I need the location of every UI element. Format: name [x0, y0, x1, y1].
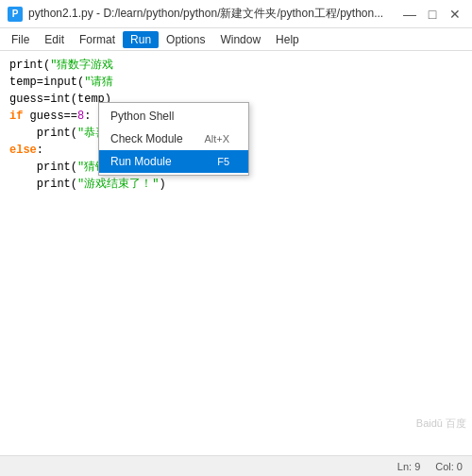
title-bar-left: P python2.1.py - D:/learn/python/python/…	[8, 6, 383, 22]
python-shell-label: Python Shell	[110, 110, 174, 123]
menu-python-shell[interactable]: Python Shell	[99, 105, 248, 128]
code-line-1: print("猜数字游戏	[9, 57, 463, 74]
code-line-2: temp=input("请猜	[9, 74, 463, 91]
column-number: Col: 0	[435, 461, 463, 472]
main-content: print("猜数字游戏 temp=input("请猜 guess=int(te…	[0, 51, 472, 455]
menu-file[interactable]: File	[4, 31, 37, 48]
title-bar: P python2.1.py - D:/learn/python/python/…	[0, 0, 472, 28]
check-module-label: Check Module	[110, 132, 183, 145]
run-dropdown-menu: Python Shell Check Module Alt+X Run Modu…	[98, 102, 249, 176]
close-button[interactable]: ✕	[446, 6, 464, 23]
app-icon: P	[8, 7, 23, 22]
menu-edit[interactable]: Edit	[37, 31, 72, 48]
menu-help[interactable]: Help	[268, 31, 307, 48]
maximize-button[interactable]: □	[423, 6, 442, 23]
status-bar: Ln: 9 Col: 0	[0, 455, 472, 476]
menu-format[interactable]: Format	[72, 31, 123, 48]
run-module-shortcut: F5	[217, 156, 229, 167]
menu-check-module[interactable]: Check Module Alt+X	[99, 128, 248, 150]
run-module-label: Run Module	[110, 155, 172, 168]
menu-run[interactable]: Run	[123, 31, 159, 48]
menu-run-module[interactable]: Run Module F5	[99, 150, 248, 173]
check-module-shortcut: Alt+X	[204, 133, 229, 144]
menu-bar: File Edit Format Run Options Window Help	[0, 28, 472, 51]
menu-window[interactable]: Window	[212, 31, 268, 48]
window-title: python2.1.py - D:/learn/python/python/新建…	[28, 6, 383, 22]
code-line-8: print("游戏结束了！")	[9, 176, 463, 193]
line-number: Ln: 9	[397, 461, 420, 472]
window-controls: — □ ✕	[400, 6, 464, 23]
minimize-button[interactable]: —	[400, 6, 419, 23]
menu-options[interactable]: Options	[159, 31, 212, 48]
